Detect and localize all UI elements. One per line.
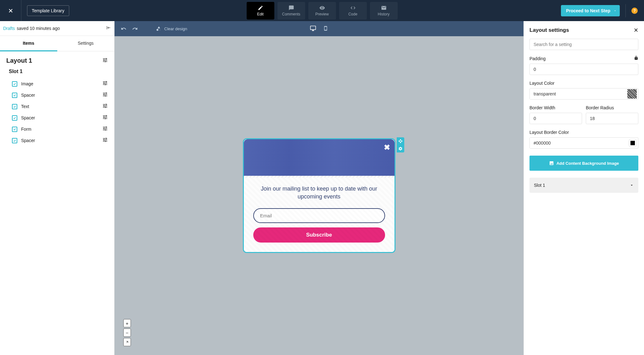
check-icon	[13, 128, 16, 131]
slot-item-label: Spacer	[21, 93, 35, 98]
border-radius-input[interactable]	[586, 113, 638, 124]
popup-close-button[interactable]: ✖	[384, 143, 390, 152]
desktop-view-button[interactable]	[310, 25, 316, 32]
border-radius-label: Border Radius	[586, 105, 614, 110]
popup-headline[interactable]: Join our mailing list to keep up to date…	[253, 185, 385, 201]
tab-comments-label: Comments	[282, 12, 300, 16]
settings-panel-close[interactable]: ✕	[634, 27, 638, 34]
slot-item-checkbox[interactable]	[12, 127, 17, 132]
slot-item-checkbox[interactable]	[12, 104, 17, 109]
slot-item-settings-button[interactable]	[102, 126, 108, 133]
add-bg-image-button[interactable]: Add Content Background Image	[529, 156, 638, 171]
draft-status-bar: Drafts saved 10 minutes ago	[0, 21, 114, 36]
canvas-area: Clear design ✖ Join our mailing list	[115, 21, 524, 355]
slot-item: Form	[12, 123, 108, 135]
settings-panel-title: Layout settings	[529, 27, 569, 33]
move-icon	[398, 139, 403, 143]
check-icon	[13, 94, 16, 97]
popup-card[interactable]: ✖ Join our mailing list to keep up to da…	[243, 138, 395, 253]
tab-preview[interactable]: Preview	[308, 2, 336, 20]
border-color-input[interactable]	[530, 138, 629, 148]
tab-code[interactable]: Code	[339, 2, 367, 20]
slot-title: Slot 1	[9, 69, 108, 74]
sidebar-left: Drafts saved 10 minutes ago Items Settin…	[0, 21, 115, 355]
slot-item-label: Spacer	[21, 115, 35, 120]
inbox-icon	[381, 5, 387, 11]
border-color-swatch[interactable]	[629, 140, 636, 146]
help-button[interactable]: ?	[631, 8, 638, 14]
border-width-input[interactable]	[529, 113, 582, 124]
tab-preview-label: Preview	[315, 12, 329, 16]
slot-item-checkbox[interactable]	[12, 93, 17, 98]
padding-input[interactable]	[529, 64, 638, 75]
top-tabs: Edit Comments Preview Code History	[247, 0, 398, 21]
topbar: Template Library Edit Comments Preview C…	[0, 0, 644, 21]
clear-design-button[interactable]: Clear design	[156, 26, 187, 31]
slot-item-settings-button[interactable]	[102, 80, 108, 87]
image-icon	[549, 161, 554, 166]
settings-panel: Layout settings ✕ Padding Layout Color B…	[524, 21, 644, 355]
slot-item-checkbox[interactable]	[12, 115, 17, 121]
settings-search-input[interactable]	[529, 39, 638, 50]
slot-item-settings-button[interactable]	[102, 114, 108, 121]
sidebar-tab-settings[interactable]: Settings	[57, 36, 115, 51]
slot-item-settings-button[interactable]	[102, 92, 108, 99]
move-element-button[interactable]	[397, 137, 404, 145]
slot-item-settings-button[interactable]	[102, 103, 108, 110]
desktop-icon	[310, 25, 316, 31]
layout-color-swatch[interactable]	[627, 89, 637, 99]
template-library-button[interactable]: Template Library	[27, 5, 69, 16]
layout-settings-button[interactable]	[102, 57, 108, 64]
collapse-sidebar-button[interactable]	[106, 25, 111, 31]
layout-title: Layout 1	[6, 57, 32, 64]
check-icon	[13, 139, 16, 142]
popup-subscribe-button[interactable]: Subscribe	[253, 227, 385, 243]
code-icon	[350, 5, 356, 11]
check-icon	[13, 116, 16, 120]
slot-item-checkbox[interactable]	[12, 138, 17, 143]
chevron-down-icon	[630, 183, 634, 187]
zoom-out-button[interactable]: −	[123, 329, 131, 337]
tab-history-label: History	[378, 12, 389, 16]
popup-hero-image[interactable]	[244, 139, 395, 177]
slot-item-label: Image	[21, 81, 33, 86]
slot-item: Text	[12, 101, 108, 112]
zoom-fit-button[interactable]	[123, 338, 131, 346]
gear-icon	[398, 146, 403, 151]
add-bg-image-label: Add Content Background Image	[557, 161, 619, 166]
slot-item-label: Spacer	[21, 138, 35, 143]
element-settings-button[interactable]	[397, 145, 404, 152]
mobile-view-button[interactable]	[323, 25, 328, 32]
redo-button[interactable]	[132, 26, 138, 31]
tab-history[interactable]: History	[370, 2, 398, 20]
chevron-down-icon	[613, 8, 617, 13]
border-width-label: Border Width	[529, 105, 555, 110]
popup-email-input[interactable]	[253, 208, 385, 223]
padding-lock-button[interactable]	[634, 56, 638, 61]
slot-item: Image	[12, 78, 108, 89]
close-icon	[8, 8, 14, 14]
close-button[interactable]	[0, 0, 21, 21]
padding-label: Padding	[529, 56, 546, 61]
eraser-icon	[156, 26, 162, 31]
undo-icon	[121, 26, 126, 31]
tab-edit-label: Edit	[257, 12, 264, 16]
tab-edit[interactable]: Edit	[247, 2, 274, 20]
slot-item-label: Form	[21, 127, 31, 132]
slot-item-settings-button[interactable]	[102, 137, 108, 144]
slot-item: Spacer	[12, 112, 108, 123]
saved-text: saved 10 minutes ago	[17, 26, 60, 31]
undo-button[interactable]	[121, 26, 126, 31]
comment-icon	[288, 5, 294, 11]
proceed-button[interactable]: Proceed to Next Step	[561, 5, 620, 16]
tab-comments[interactable]: Comments	[277, 2, 305, 20]
zoom-in-button[interactable]: +	[123, 319, 131, 327]
pencil-icon	[258, 5, 263, 11]
sidebar-tab-items[interactable]: Items	[0, 36, 57, 51]
slot-dropdown[interactable]: Slot 1	[529, 178, 638, 193]
drafts-link[interactable]: Drafts	[3, 26, 15, 31]
slot-item-checkbox[interactable]	[12, 81, 17, 87]
canvas-toolbar: Clear design	[115, 21, 524, 36]
layout-color-input[interactable]	[530, 89, 627, 99]
lock-icon	[634, 56, 638, 60]
